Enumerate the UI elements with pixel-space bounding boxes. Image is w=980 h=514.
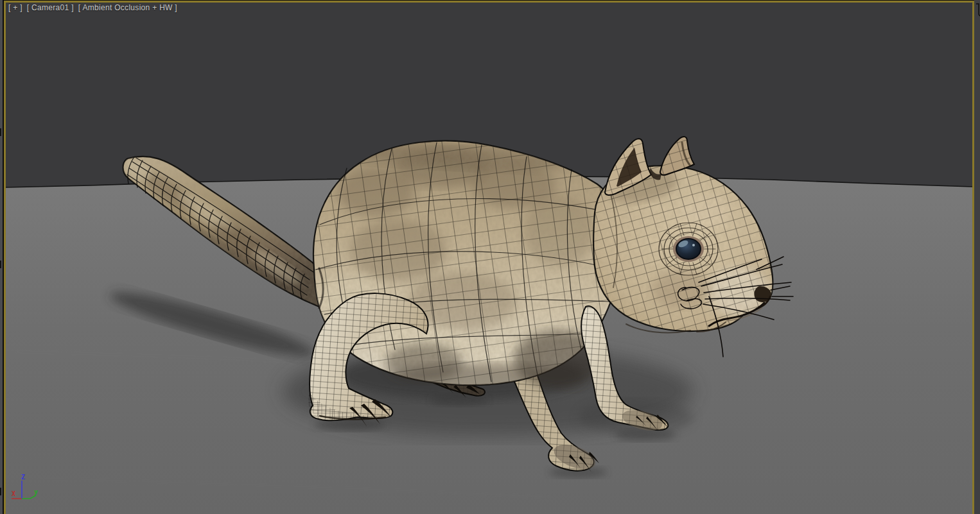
viewport-window: X Z y [ + ] [ Camera01 ] [ Ambient Occlu… [0,0,980,514]
viewport-general-menu[interactable]: [ + ] [8,3,22,12]
viewport-canvas: X Z y [0,0,980,514]
viewport-label: [ + ] [ Camera01 ] [ Ambient Occlusion +… [8,3,177,12]
axis-x-label: X [12,490,15,497]
viewport-pov-menu[interactable]: [ Camera01 ] [27,3,74,12]
viewport-shading-menu[interactable]: [ Ambient Occlusion + HW ] [78,3,177,12]
eyeball [676,239,701,259]
axis-y-label: y [34,488,38,495]
axis-z-label: Z [21,474,25,481]
